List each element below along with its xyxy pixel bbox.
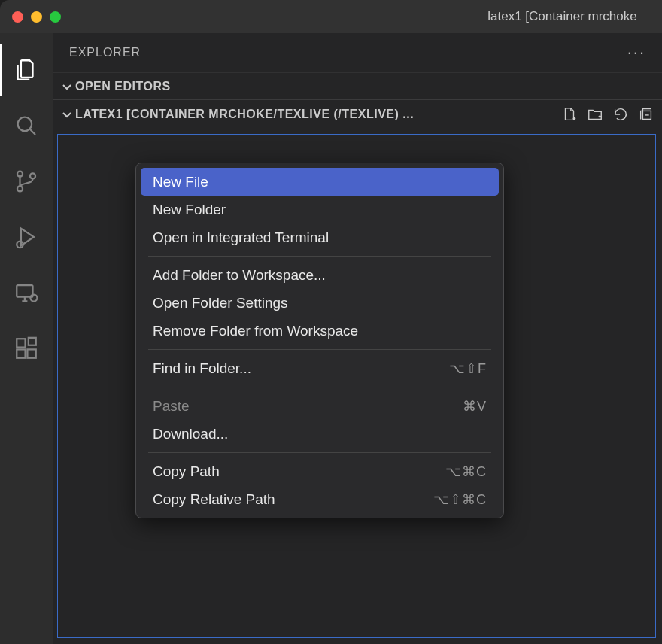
more-actions-button[interactable]: ··· [627, 43, 645, 62]
git-branch-icon [14, 169, 39, 194]
shortcut: ⌥⌘C [445, 463, 487, 480]
svg-rect-6 [17, 285, 32, 297]
menu-label: New Folder [153, 202, 226, 218]
svg-point-4 [30, 173, 35, 178]
files-icon [14, 57, 39, 83]
menu-label: Add Folder to Workspace... [153, 267, 326, 284]
new-file-icon[interactable] [561, 106, 578, 123]
menu-download[interactable]: Download... [141, 420, 499, 448]
menu-find-in-folder[interactable]: Find in Folder... ⌥⇧F [141, 354, 499, 382]
menu-label: Open Folder Settings [153, 295, 288, 311]
activity-bar [0, 33, 53, 644]
menu-separator [148, 349, 491, 350]
svg-point-9 [30, 295, 37, 302]
open-editors-label: OPEN EDITORS [75, 80, 656, 93]
maximize-window-button[interactable] [50, 11, 61, 23]
menu-separator [148, 256, 491, 257]
menu-label: Download... [153, 426, 228, 442]
menu-separator [148, 452, 491, 453]
activity-remote-explorer[interactable] [0, 266, 53, 319]
sidebar-title: EXPLORER [69, 46, 141, 59]
activity-explorer[interactable] [0, 44, 53, 96]
activity-source-control[interactable] [0, 155, 53, 208]
svg-rect-13 [29, 338, 36, 345]
menu-copy-path[interactable]: Copy Path ⌥⌘C [141, 457, 499, 485]
menu-add-folder[interactable]: Add Folder to Workspace... [141, 261, 499, 289]
menu-label: Copy Path [153, 463, 220, 480]
svg-point-3 [17, 186, 23, 191]
svg-rect-11 [17, 349, 25, 357]
search-icon [14, 113, 39, 138]
open-editors-section[interactable]: OPEN EDITORS [53, 72, 662, 99]
activity-search[interactable] [0, 99, 53, 152]
sidebar-header: EXPLORER ··· [53, 33, 662, 72]
menu-separator [148, 387, 491, 387]
menu-open-folder-settings[interactable]: Open Folder Settings [141, 289, 499, 317]
svg-line-1 [30, 129, 36, 135]
shortcut: ⌥⇧F [449, 360, 487, 377]
svg-rect-10 [17, 339, 25, 347]
menu-label: Find in Folder... [153, 360, 251, 377]
context-menu: New File New Folder Open in Integrated T… [135, 163, 504, 518]
menu-label: Open in Integrated Terminal [153, 229, 329, 246]
svg-rect-12 [27, 349, 35, 357]
chevron-down-icon [59, 80, 75, 93]
menu-label: Copy Relative Path [153, 491, 275, 508]
menu-new-folder[interactable]: New Folder [141, 196, 499, 223]
close-window-button[interactable] [12, 11, 23, 23]
workspace-section[interactable]: LATEX1 [CONTAINER MRCHOKE/TEXLIVE (/TEXL… [53, 99, 662, 129]
play-bug-icon [14, 224, 39, 250]
window-title: latex1 [Container mrchoke [0, 9, 662, 24]
svg-point-2 [17, 172, 23, 177]
activity-extensions[interactable] [0, 322, 53, 375]
menu-copy-relative-path[interactable]: Copy Relative Path ⌥⇧⌘C [141, 485, 499, 513]
refresh-icon[interactable] [612, 106, 629, 123]
titlebar: latex1 [Container mrchoke [0, 0, 662, 33]
activity-run-debug[interactable] [0, 211, 53, 263]
workspace-actions [561, 106, 654, 123]
menu-label: New File [153, 174, 208, 190]
remote-icon [14, 280, 39, 305]
chevron-down-icon [59, 108, 75, 120]
svg-point-0 [18, 117, 32, 131]
shortcut: ⌥⇧⌘C [433, 491, 487, 508]
window-controls [12, 11, 61, 23]
menu-label: Remove Folder from Workspace [153, 323, 358, 339]
menu-remove-folder[interactable]: Remove Folder from Workspace [141, 317, 499, 345]
workspace-label: LATEX1 [CONTAINER MRCHOKE/TEXLIVE (/TEXL… [75, 108, 561, 121]
menu-paste: Paste ⌘V [141, 392, 499, 420]
menu-label: Paste [153, 398, 190, 415]
new-folder-icon[interactable] [587, 106, 603, 123]
shortcut: ⌘V [463, 398, 487, 415]
minimize-window-button[interactable] [31, 11, 42, 23]
collapse-all-icon[interactable] [638, 106, 654, 123]
menu-open-terminal[interactable]: Open in Integrated Terminal [141, 223, 499, 251]
menu-new-file[interactable]: New File [141, 168, 499, 196]
extensions-icon [14, 336, 39, 361]
